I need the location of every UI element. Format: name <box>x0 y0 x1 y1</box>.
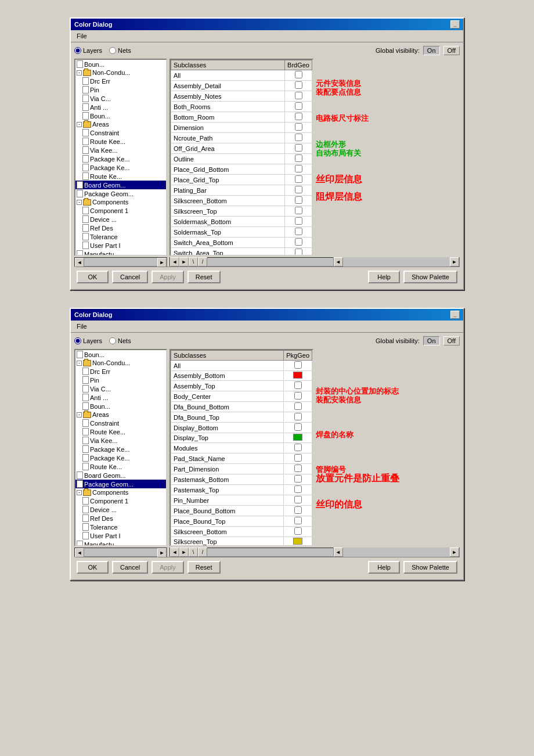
tree-item2-areas[interactable]: - Areas <box>75 411 166 419</box>
tree-item2-tolerance[interactable]: Tolerance <box>75 523 166 531</box>
apply-button-2[interactable]: Apply <box>151 561 184 574</box>
on-button-2[interactable]: On <box>423 336 440 345</box>
scroll-left-3[interactable]: ◄ <box>75 548 84 557</box>
tree-panel-2[interactable]: Boun... - Non-Condu... Drc Err Pin <box>74 349 167 546</box>
nets-radio-2[interactable]: Nets <box>109 337 131 344</box>
apply-button-1[interactable]: Apply <box>151 271 184 283</box>
tab-btn-1[interactable]: ◄ <box>170 257 179 267</box>
tree-item2-packageke2[interactable]: Package Ke... <box>75 453 166 462</box>
tree-item-refdes[interactable]: Ref Des <box>75 224 166 232</box>
tab-btn2-1[interactable]: ◄ <box>170 548 179 557</box>
subclass-table-1[interactable]: Subclasses BrdGeo All Assembly_Detail As… <box>169 59 313 256</box>
tree-item2-drcerr[interactable]: Drc Err <box>75 367 166 376</box>
layers-radio-2[interactable]: Layers <box>74 337 102 344</box>
scroll-left-4[interactable]: ◄ <box>334 548 343 557</box>
table-scrollbar-h-2[interactable]: ◄ ► \ / ◄ ► <box>169 548 460 557</box>
off-button-1[interactable]: Off <box>443 46 460 55</box>
tab-btn2-2[interactable]: ► <box>179 548 189 557</box>
tree-item-areas[interactable]: - Areas <box>75 120 166 128</box>
tree-item2-anti[interactable]: Anti ... <box>75 393 166 402</box>
scroll-right-2[interactable]: ► <box>450 257 459 267</box>
minimize-button-1[interactable]: _ <box>450 20 460 28</box>
show-palette-button-2[interactable]: Show Palette <box>403 561 457 574</box>
file-menu-2[interactable]: File <box>73 322 91 331</box>
tree-item2-noncondu[interactable]: - Non-Condu... <box>75 359 166 367</box>
tree-item-packageke2[interactable]: Package Ke... <box>75 163 166 172</box>
on-button-1[interactable]: On <box>423 46 440 55</box>
subclass-table-2[interactable]: Subclasses PkgGeo All Assembly_Bottom As… <box>169 349 313 546</box>
tree-item2-routeke2[interactable]: Route Ke... <box>75 462 166 471</box>
scroll-left-2[interactable]: ◄ <box>334 257 343 267</box>
tree-item-viakee[interactable]: Via Kee... <box>75 146 166 154</box>
tree-item-device[interactable]: Device ... <box>75 215 166 224</box>
tree-item2-packageke1[interactable]: Package Ke... <box>75 445 166 453</box>
expand-icon[interactable]: - <box>77 490 82 495</box>
tree-item-manufactu[interactable]: Manufactu... <box>75 250 166 256</box>
tree-item-boardgeom[interactable]: Board Geom... <box>75 181 166 189</box>
tree-item-noncondu[interactable]: - Non-Condu... <box>75 69 166 77</box>
tree-item2-boun1[interactable]: Boun... <box>75 350 166 359</box>
reset-button-2[interactable]: Reset <box>187 561 221 574</box>
tree-scrollbar-2[interactable]: ◄ ► <box>74 548 167 557</box>
color-swatch[interactable] <box>293 372 302 379</box>
ok-button-1[interactable]: OK <box>77 271 109 283</box>
tree-item-anti[interactable]: Anti ... <box>75 103 166 111</box>
tree-item-pkggeom[interactable]: Package Geom... <box>75 189 166 198</box>
tree-item2-routekee[interactable]: Route Kee... <box>75 427 166 436</box>
expand-icon[interactable]: - <box>77 122 82 127</box>
tree-panel-1[interactable]: Boun... - Non-Condu... Drc Err Pin <box>74 59 167 256</box>
expand-icon[interactable]: - <box>77 361 82 366</box>
ok-button-2[interactable]: OK <box>77 561 109 574</box>
color-swatch[interactable] <box>293 434 302 441</box>
tree-item-userpart[interactable]: User Part I <box>75 241 166 250</box>
cancel-button-1[interactable]: Cancel <box>112 271 148 283</box>
tree-item-tolerance[interactable]: Tolerance <box>75 232 166 241</box>
tree-item-components[interactable]: - Components <box>75 198 166 206</box>
table-scrollbar-h-1[interactable]: ◄ ► \ / ◄ ► <box>169 257 460 267</box>
tab-btn-4[interactable]: / <box>198 257 207 267</box>
cancel-button-2[interactable]: Cancel <box>112 561 148 574</box>
tree-item-comp1[interactable]: Component 1 <box>75 206 166 215</box>
reset-button-1[interactable]: Reset <box>187 271 221 283</box>
tab-btn2-4[interactable]: / <box>198 548 207 557</box>
tree-item-drcerr[interactable]: Drc Err <box>75 77 166 85</box>
tree-item-viac[interactable]: Via C... <box>75 94 166 103</box>
tree-item2-userpart[interactable]: User Part I <box>75 531 166 540</box>
scroll-right-4[interactable]: ► <box>450 548 459 557</box>
expand-icon[interactable]: - <box>77 412 82 417</box>
color-swatch[interactable] <box>293 538 302 545</box>
tab-btn-2[interactable]: ► <box>179 257 189 267</box>
expand-icon[interactable]: - <box>77 200 82 205</box>
minimize-button-2[interactable]: _ <box>450 311 460 319</box>
layers-radio-1[interactable]: Layers <box>74 47 102 54</box>
help-button-1[interactable]: Help <box>368 271 400 283</box>
scroll-right-1[interactable]: ► <box>157 258 167 267</box>
show-palette-button-1[interactable]: Show Palette <box>403 271 457 283</box>
tree-item2-pin[interactable]: Pin <box>75 376 166 384</box>
tree-scrollbar-1[interactable]: ◄ ► <box>74 257 167 267</box>
tree-item2-viakee[interactable]: Via Kee... <box>75 436 166 445</box>
tree-item2-components[interactable]: - Components <box>75 488 166 496</box>
tree-item2-boun2[interactable]: Boun... <box>75 402 166 411</box>
file-menu-1[interactable]: File <box>73 31 91 41</box>
tree-item2-device[interactable]: Device ... <box>75 505 166 514</box>
tab-btn2-3[interactable]: \ <box>189 548 198 557</box>
tree-item-routeke2[interactable]: Route Ke... <box>75 172 166 181</box>
tree-item2-comp1[interactable]: Component 1 <box>75 496 166 505</box>
scroll-right-3[interactable]: ► <box>157 548 167 557</box>
tree-item2-constraint[interactable]: Constraint <box>75 419 166 427</box>
off-button-2[interactable]: Off <box>443 336 460 345</box>
tree-item-boun2[interactable]: Boun... <box>75 111 166 120</box>
tree-item-routekee[interactable]: Route Kee... <box>75 137 166 146</box>
tree-item-boun1[interactable]: Boun... <box>75 60 166 69</box>
tree-item2-refdes[interactable]: Ref Des <box>75 514 166 523</box>
nets-radio-1[interactable]: Nets <box>109 47 131 54</box>
tree-item2-viac[interactable]: Via C... <box>75 384 166 393</box>
tree-item-pin[interactable]: Pin <box>75 85 166 94</box>
help-button-2[interactable]: Help <box>368 561 400 574</box>
tree-item2-boardgeom[interactable]: Board Geom... <box>75 471 166 480</box>
scroll-left-1[interactable]: ◄ <box>75 258 84 267</box>
tree-item-packageke1[interactable]: Package Ke... <box>75 154 166 163</box>
expand-icon[interactable]: - <box>77 70 82 75</box>
tree-item-constraint[interactable]: Constraint <box>75 128 166 137</box>
